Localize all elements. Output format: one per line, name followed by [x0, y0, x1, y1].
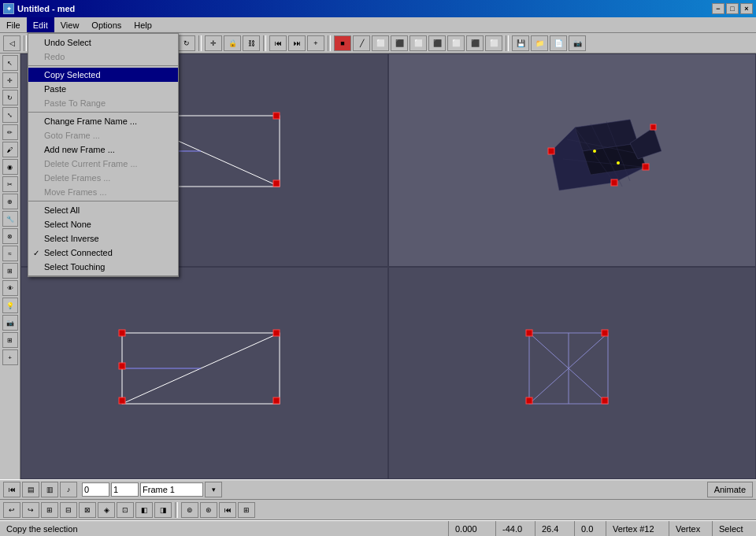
menu-paste[interactable]: Paste — [28, 82, 178, 96]
toolbar-plus[interactable]: + — [307, 35, 324, 51]
toolbar-view3[interactable]: ⬜ — [410, 35, 427, 51]
bottom-btn13[interactable]: ⊞ — [238, 502, 255, 518]
close-button[interactable]: × — [740, 3, 753, 14]
frame-name-input[interactable] — [140, 482, 203, 497]
viewport-bottom-left[interactable] — [20, 267, 388, 480]
bottom-btn7[interactable]: ⊡ — [117, 502, 134, 518]
bottom-btn4[interactable]: ⊟ — [60, 502, 77, 518]
viewport-bottom-right[interactable] — [388, 267, 756, 480]
toolbar-view4[interactable]: ⬛ — [428, 35, 446, 51]
frame-dropdown[interactable]: ▾ — [205, 482, 222, 497]
menu-undo-select[interactable]: Undo Select — [28, 35, 178, 50]
bottom-btn10[interactable]: ⊚ — [181, 502, 198, 518]
toolbar-lock[interactable]: 🔒 — [224, 35, 241, 51]
left-btn-extrude[interactable]: ⊕ — [2, 194, 18, 209]
undo-select-label: Undo Select — [44, 38, 91, 47]
toolbar-doc[interactable]: 📄 — [550, 35, 567, 51]
left-btn-paint[interactable]: 🖌 — [2, 142, 18, 157]
menu-group-2: Copy Selected Paste Paste To Range — [28, 66, 178, 113]
toolbar-rotate[interactable]: ↻ — [178, 35, 195, 51]
animate-button[interactable]: Animate — [707, 482, 753, 497]
status-coord1: 0.000 — [449, 521, 496, 536]
status-message: Copy the selection — [0, 521, 449, 536]
paste-to-range-label: Paste To Range — [44, 98, 106, 108]
menu-select-touching[interactable]: Select Touching — [28, 260, 178, 274]
bottom-btn9[interactable]: ◨ — [154, 502, 172, 518]
bottom-btn8[interactable]: ◧ — [135, 502, 153, 518]
toolbar-view6[interactable]: ⬛ — [466, 35, 484, 51]
minimize-button[interactable]: − — [712, 3, 724, 14]
toolbar-play-prev[interactable]: ⏮ — [269, 35, 287, 51]
toolbar-move[interactable]: ✛ — [205, 35, 222, 51]
left-btn-weld[interactable]: ⊗ — [2, 228, 18, 244]
bottom-btn2[interactable]: ↪ — [22, 502, 39, 518]
menu-help[interactable]: Help — [128, 17, 158, 32]
anim-btn2[interactable]: ▤ — [22, 482, 39, 497]
toolbar-diag[interactable]: ╱ — [353, 35, 370, 51]
left-btn-smooth[interactable]: ≈ — [2, 246, 18, 261]
toolbar-view7[interactable]: ⬜ — [485, 35, 502, 51]
edit-menu-dropdown: Undo Select Redo Copy Selected Paste Pas… — [28, 33, 179, 277]
left-btn-move[interactable]: ✛ — [2, 72, 18, 88]
wireframe-bottomright — [525, 329, 620, 417]
toolbar-chain[interactable]: ⛓ — [243, 35, 260, 51]
toolbar-view5[interactable]: ⬜ — [447, 35, 465, 51]
svg-rect-13 — [548, 148, 554, 154]
left-btn-grid[interactable]: ⊞ — [2, 263, 18, 279]
left-btn-eye[interactable]: 👁 — [2, 280, 18, 296]
menu-options[interactable]: Options — [85, 17, 128, 32]
toolbar-view1[interactable]: ⬜ — [372, 35, 389, 51]
left-btn-extra2[interactable]: + — [2, 349, 18, 365]
left-btn-scale[interactable]: ⤡ — [2, 107, 18, 123]
left-btn-node[interactable]: ◉ — [2, 159, 18, 175]
bottom-btn11[interactable]: ⊛ — [200, 502, 217, 518]
toolbar-sep5 — [263, 35, 266, 51]
bottom-btn5[interactable]: ⊠ — [79, 502, 96, 518]
menu-copy-selected[interactable]: Copy Selected — [28, 68, 178, 82]
toolbar-sep6 — [328, 35, 331, 51]
left-btn-camera2[interactable]: 📷 — [2, 315, 18, 331]
3d-model-container — [520, 104, 662, 216]
toolbar-back[interactable]: ◁ — [3, 35, 20, 51]
menu-delete-frames: Delete Frames ... — [28, 171, 178, 185]
bottom-btn3[interactable]: ⊞ — [41, 502, 58, 518]
maximize-button[interactable]: □ — [726, 3, 739, 14]
left-btn-select[interactable]: ↖ — [2, 55, 18, 71]
frame-end-input[interactable] — [111, 482, 139, 497]
bottom-btn6[interactable]: ◈ — [98, 502, 115, 518]
toolbar-view2[interactable]: ⬛ — [391, 35, 408, 51]
left-btn-light[interactable]: 💡 — [2, 298, 18, 313]
menu-select-all[interactable]: Select All — [28, 203, 178, 217]
anim-btn1[interactable]: ⏮ — [3, 482, 20, 497]
menu-edit[interactable]: Edit — [27, 17, 54, 32]
move-frames-label: Move Frames ... — [44, 187, 106, 197]
menu-select-connected[interactable]: ✓ Select Connected — [28, 246, 178, 260]
anim-btn4[interactable]: ♪ — [60, 482, 77, 497]
frame-start-input[interactable] — [82, 482, 109, 497]
toolbar-folder[interactable]: 📁 — [531, 35, 548, 51]
toolbar-disk[interactable]: 💾 — [512, 35, 529, 51]
left-btn-draw[interactable]: ✏ — [2, 124, 18, 140]
viewport-top-right[interactable] — [388, 54, 756, 267]
bottom-btn1[interactable]: ↩ — [3, 502, 20, 518]
left-btn-extra[interactable]: ⊞ — [2, 332, 18, 348]
toolbar-camera[interactable]: 📷 — [569, 35, 586, 51]
menu-select-none[interactable]: Select None — [28, 217, 178, 231]
menu-view[interactable]: View — [54, 17, 86, 32]
toolbar-play-next[interactable]: ⏭ — [288, 35, 306, 51]
select-connected-label: Select Connected — [44, 248, 113, 257]
menu-delete-current-frame: Delete Current Frame ... — [28, 157, 178, 171]
menu-add-new-frame[interactable]: Add new Frame ... — [28, 142, 178, 157]
bottom-btn12[interactable]: ⏮ — [219, 502, 236, 518]
left-btn-magnet[interactable]: 🔧 — [2, 211, 18, 227]
menu-select-inverse[interactable]: Select Inverse — [28, 231, 178, 246]
toolbar-red-btn[interactable]: ■ — [334, 35, 351, 51]
left-btn-rotate[interactable]: ↻ — [2, 90, 18, 105]
menu-change-frame-name[interactable]: Change Frame Name ... — [28, 114, 178, 128]
menu-file[interactable]: File — [0, 17, 27, 32]
add-new-frame-label: Add new Frame ... — [44, 145, 115, 154]
svg-rect-31 — [526, 330, 532, 336]
left-btn-knife[interactable]: ✂ — [2, 176, 18, 192]
bottom-sep1 — [175, 502, 178, 518]
anim-btn3[interactable]: ▥ — [41, 482, 58, 497]
